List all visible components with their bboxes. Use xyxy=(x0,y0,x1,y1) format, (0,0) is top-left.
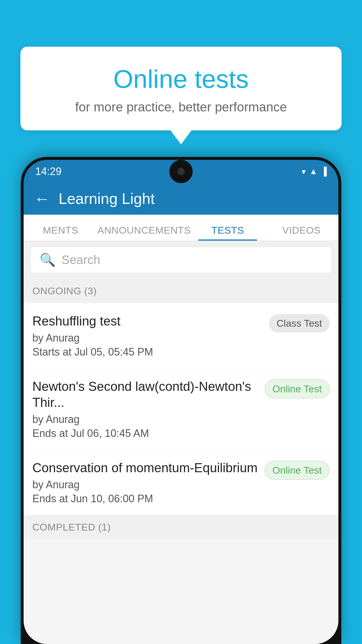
list-item[interactable]: Newton's Second law(contd)-Newton's Thir… xyxy=(24,368,338,450)
bubble-title: Online tests xyxy=(35,64,327,94)
test-name-2: Newton's Second law(contd)-Newton's Thir… xyxy=(32,378,259,410)
phone-time: 14:29 xyxy=(35,165,61,178)
app-header: ← Learning Light xyxy=(24,183,338,215)
test-date-3: Ends at Jun 10, 06:00 PM xyxy=(32,493,259,505)
ongoing-section-header: ONGOING (3) xyxy=(24,279,338,303)
test-date-1: Starts at Jul 05, 05:45 PM xyxy=(32,346,263,358)
completed-section-header: COMPLETED (1) xyxy=(24,515,338,539)
status-icons: ▾ ▲ ▐ xyxy=(302,167,327,176)
phone-frame: 14:29 ▾ ▲ ▐ ← Learning Light MENTS ANNOU… xyxy=(21,157,341,644)
test-name-1: Reshuffling test xyxy=(32,313,263,329)
status-bar: 14:29 ▾ ▲ ▐ xyxy=(24,160,338,183)
tab-tests[interactable]: TESTS xyxy=(191,225,264,241)
tab-videos[interactable]: VIDEOS xyxy=(265,225,338,241)
app-title: Learning Light xyxy=(59,190,155,207)
test-author-2: by Anurag xyxy=(32,413,259,426)
test-list: Reshuffling test by Anurag Starts at Jul… xyxy=(24,303,338,515)
test-badge-2: Online Test xyxy=(265,379,330,398)
phone-camera xyxy=(177,167,185,176)
test-badge-3: Online Test xyxy=(265,461,330,480)
bubble-subtitle: for more practice, better performance xyxy=(35,100,327,114)
test-info-2: Newton's Second law(contd)-Newton's Thir… xyxy=(32,378,259,440)
search-icon: 🔍 xyxy=(40,252,56,267)
speech-bubble: Online tests for more practice, better p… xyxy=(20,47,342,130)
list-item[interactable]: Conservation of momentum-Equilibrium by … xyxy=(24,450,338,515)
test-author-1: by Anurag xyxy=(32,332,263,344)
search-bar[interactable]: 🔍 Search xyxy=(31,247,331,273)
phone-notch xyxy=(169,160,193,183)
test-author-3: by Anurag xyxy=(32,479,259,491)
test-info-1: Reshuffling test by Anurag Starts at Jul… xyxy=(32,313,263,358)
tab-announcements[interactable]: ANNOUNCEMENTS xyxy=(97,225,191,241)
tab-bar: MENTS ANNOUNCEMENTS TESTS VIDEOS xyxy=(24,215,338,241)
phone-screen: ← Learning Light MENTS ANNOUNCEMENTS TES… xyxy=(24,183,338,644)
test-date-2: Ends at Jul 06, 10:45 AM xyxy=(32,427,259,440)
test-name-3: Conservation of momentum-Equilibrium xyxy=(32,460,259,476)
tab-assignments[interactable]: MENTS xyxy=(24,225,97,241)
signal-icon: ▲ xyxy=(309,167,317,176)
list-item[interactable]: Reshuffling test by Anurag Starts at Jul… xyxy=(24,303,338,368)
wifi-icon: ▾ xyxy=(302,167,306,176)
back-button[interactable]: ← xyxy=(34,190,50,208)
test-info-3: Conservation of momentum-Equilibrium by … xyxy=(32,460,259,505)
battery-icon: ▐ xyxy=(321,167,327,176)
test-badge-1: Class Test xyxy=(269,314,330,332)
search-bar-container: 🔍 Search xyxy=(24,241,338,279)
search-input[interactable]: Search xyxy=(61,253,100,267)
